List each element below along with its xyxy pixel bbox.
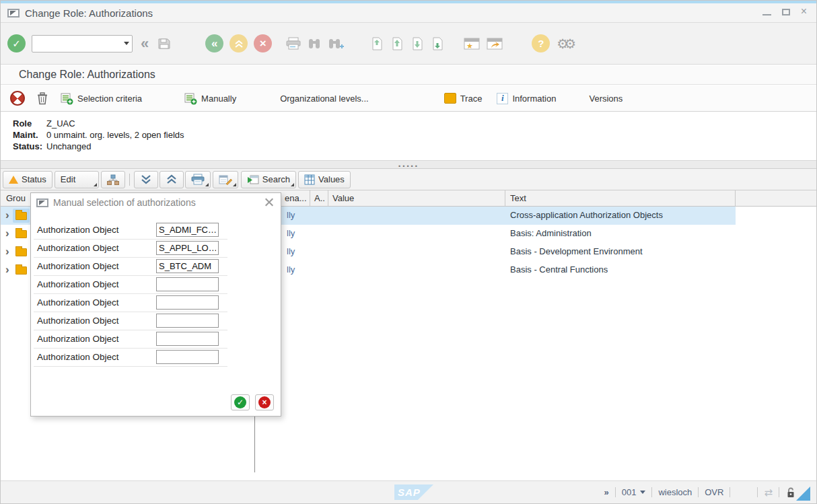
auth-overview-icon[interactable]: [10, 91, 25, 106]
save-icon[interactable]: [157, 36, 172, 51]
tree-toolbar: Status Edit Search V: [1, 169, 816, 190]
manual-selection-dialog: Manual selection of authorizations Autho…: [30, 192, 281, 417]
information-button[interactable]: i Information: [497, 93, 556, 104]
role-row: Role Z_UAC: [13, 118, 816, 129]
find-next-icon[interactable]: [327, 37, 345, 50]
dropdown-corner-icon: [233, 183, 236, 186]
change-auth-button[interactable]: [213, 171, 238, 188]
dropdown-corner-icon: [205, 183, 209, 186]
window-title: Change Role: Authorizations: [25, 7, 153, 19]
page-down-icon[interactable]: [411, 36, 424, 51]
dialog-close-icon[interactable]: [264, 197, 274, 207]
collapse-all-button[interactable]: [159, 171, 184, 188]
expander-icon[interactable]: ›: [5, 227, 9, 240]
auth-object-input-4[interactable]: [156, 277, 219, 291]
question-icon: ?: [538, 38, 544, 49]
values-button[interactable]: Values: [298, 171, 351, 188]
auth-object-row-5: Authorization Object: [34, 294, 227, 312]
maximize-button[interactable]: [782, 9, 790, 15]
delete-icon[interactable]: [36, 91, 49, 106]
customize-layout-icon[interactable]: ⚙⚙: [557, 36, 571, 52]
values-button-label: Values: [318, 174, 345, 184]
role-value: Z_UAC: [46, 118, 75, 129]
status-separator: [698, 487, 699, 497]
command-field-input[interactable]: [32, 35, 133, 52]
unlocked-icon[interactable]: [785, 487, 796, 498]
folder-icon[interactable]: [15, 248, 27, 256]
cancel-button[interactable]: ×: [254, 34, 272, 52]
expander-icon[interactable]: ›: [5, 263, 9, 277]
folder-icon[interactable]: [15, 230, 27, 238]
auth-object-input-2[interactable]: [156, 241, 219, 255]
edit-button[interactable]: Edit: [55, 171, 99, 188]
search-button[interactable]: Search: [241, 171, 296, 188]
list-add-icon: [184, 92, 197, 105]
status-overflow-icon[interactable]: »: [604, 487, 608, 497]
expander-icon[interactable]: ›: [5, 245, 9, 258]
search-button-label: Search: [262, 174, 290, 184]
folder-icon[interactable]: [15, 212, 27, 220]
collapse-toolbar-icon[interactable]: «: [141, 37, 149, 50]
row-maintenance: lly: [287, 264, 295, 275]
print-icon[interactable]: [285, 36, 301, 51]
status-button[interactable]: Status: [3, 171, 52, 188]
change-auth-icon: [219, 174, 232, 185]
column-header-text[interactable]: Text: [505, 190, 736, 207]
folder-icon[interactable]: [15, 266, 27, 275]
maint-label: Maint.: [13, 129, 46, 141]
manually-label: Manually: [201, 94, 236, 104]
dialog-titlebar[interactable]: Manual selection of authorizations: [31, 193, 281, 212]
row-maintenance: lly: [287, 228, 295, 238]
close-button[interactable]: ×: [801, 7, 807, 16]
auth-object-input-1[interactable]: [156, 223, 219, 237]
last-page-icon[interactable]: [431, 36, 444, 51]
dialog-cancel-button[interactable]: ×: [255, 394, 274, 410]
help-button[interactable]: ?: [532, 34, 550, 52]
splitter-grip-dots: .....: [398, 157, 419, 169]
dropdown-corner-icon: [94, 183, 97, 186]
row-text: Cross-application Authorization Objects: [510, 210, 663, 220]
dropdown-corner-icon: [291, 183, 294, 186]
insert-mode-value[interactable]: OVR: [705, 487, 723, 497]
resize-grip[interactable]: [796, 487, 810, 501]
auth-object-input-6[interactable]: [156, 314, 219, 328]
auth-object-row-6: Authorization Object: [34, 312, 227, 330]
client-dropdown-icon[interactable]: [640, 491, 645, 494]
manually-button[interactable]: Manually: [184, 92, 236, 105]
expander-icon[interactable]: ›: [5, 209, 9, 222]
page-up-icon[interactable]: [390, 36, 404, 51]
role-info-panel: Role Z_UAC Maint. 0 unmaint. org. levels…: [1, 112, 816, 160]
window-titlebar: Change Role: Authorizations: [1, 3, 816, 23]
selection-criteria-button[interactable]: Selection criteria: [60, 92, 142, 105]
maint-row: Maint. 0 unmaint. org. levels, 2 open fi…: [13, 129, 816, 141]
auth-object-input-8[interactable]: [156, 350, 219, 364]
find-group: [285, 36, 345, 51]
org-levels-button[interactable]: Organizational levels...: [280, 94, 369, 104]
minimize-button[interactable]: [762, 14, 771, 15]
column-header-a[interactable]: A..: [310, 190, 328, 207]
status-separator: [651, 487, 652, 497]
enter-button[interactable]: ✓: [7, 34, 26, 52]
column-header-value[interactable]: Value: [328, 190, 505, 207]
selection-criteria-label: Selection criteria: [77, 94, 142, 104]
auth-object-input-7[interactable]: [156, 332, 219, 346]
auth-object-row-7: Authorization Object: [34, 330, 227, 349]
hierarchy-button[interactable]: [101, 171, 125, 188]
horizontal-splitter[interactable]: .....: [1, 160, 816, 169]
first-page-icon[interactable]: [370, 36, 384, 51]
back-button[interactable]: «: [205, 34, 223, 52]
versions-button[interactable]: Versions: [589, 94, 623, 104]
dialog-confirm-button[interactable]: ✓: [231, 394, 250, 410]
new-session-icon[interactable]: ★: [463, 37, 481, 50]
expand-all-button[interactable]: [134, 171, 158, 188]
values-table-icon: [304, 174, 315, 185]
exit-button[interactable]: [229, 34, 248, 52]
auth-object-input-3[interactable]: [156, 259, 219, 273]
command-dropdown-icon[interactable]: [124, 42, 129, 45]
trace-button[interactable]: Trace: [444, 93, 483, 104]
auth-object-row-2: Authorization Object: [34, 240, 227, 258]
print-tree-button[interactable]: [185, 171, 211, 188]
auth-object-input-5[interactable]: [156, 295, 219, 310]
create-shortcut-icon[interactable]: [486, 37, 503, 50]
find-icon[interactable]: [307, 37, 322, 50]
